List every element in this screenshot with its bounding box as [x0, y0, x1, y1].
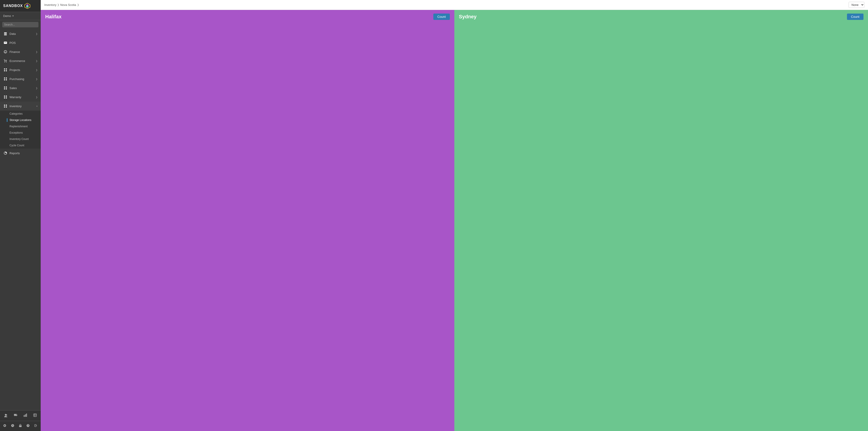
inventory-icon	[3, 104, 8, 108]
location-card-halifax: Halifax Count	[41, 10, 454, 431]
halifax-count-button[interactable]: Count	[433, 13, 450, 20]
truck-icon[interactable]	[13, 412, 19, 419]
people-icon[interactable]	[3, 412, 9, 419]
sidebar-item-data-label: Data	[9, 32, 36, 35]
topbar-right: None	[848, 2, 864, 8]
breadcrumb-inventory[interactable]: Inventory ❯	[44, 3, 59, 6]
subnav-exceptions[interactable]: Exceptions	[0, 130, 41, 136]
svg-rect-10	[6, 42, 6, 43]
breadcrumb-inventory-label: Inventory	[44, 3, 56, 6]
square-icon[interactable]	[32, 412, 38, 419]
sydney-title: Sydney	[459, 14, 476, 20]
svg-point-15	[4, 68, 5, 70]
svg-point-20	[6, 78, 7, 79]
svg-rect-36	[24, 415, 24, 417]
question-icon[interactable]	[25, 423, 31, 429]
subnav-cycle-count[interactable]: Cycle Count	[0, 142, 41, 149]
reports-icon	[3, 151, 8, 155]
sidebar-item-pos-label: POS	[9, 41, 37, 44]
svg-point-25	[4, 88, 5, 90]
svg-point-30	[6, 97, 7, 99]
clock-icon[interactable]	[10, 423, 16, 429]
sidebar-item-inventory[interactable]: Inventory ▾	[0, 101, 41, 111]
subnav-inventory-count[interactable]: Inventory Count	[0, 136, 41, 142]
gear-icon[interactable]	[2, 423, 7, 429]
sidebar-item-pos[interactable]: POS	[0, 38, 41, 47]
finance-arrow: ❯	[36, 51, 37, 53]
sidebar-item-ecommerce-label: Ecommerce	[9, 59, 36, 63]
sidebar-item-ecommerce[interactable]: Ecommerce ❯	[0, 56, 41, 65]
sidebar-item-finance-label: Finance	[9, 50, 36, 54]
warranty-arrow: ❯	[36, 96, 37, 98]
data-icon	[3, 31, 8, 36]
svg-rect-37	[25, 414, 26, 417]
subnav-replenishment[interactable]: Replenishment	[0, 123, 41, 130]
subnav-storage-locations[interactable]: Storage Locations	[0, 117, 41, 123]
data-arrow: ❯	[36, 33, 37, 35]
sidebar-item-sales[interactable]: Sales ❯	[0, 84, 41, 92]
filter-select[interactable]: None	[848, 2, 864, 8]
svg-point-23	[4, 87, 5, 88]
svg-point-13	[4, 62, 5, 62]
svg-point-19	[4, 78, 5, 79]
sidebar-logo: SANDBOX	[0, 0, 41, 12]
sidebar-item-sales-label: Sales	[9, 86, 36, 90]
sidebar-item-projects[interactable]: Projects ❯	[0, 65, 41, 74]
user-menu[interactable]: Demo ▼	[0, 12, 41, 20]
finance-icon: $	[3, 50, 8, 54]
svg-point-18	[6, 70, 7, 71]
sales-icon	[3, 86, 8, 90]
sales-arrow: ❯	[36, 87, 37, 89]
sidebar-footer-icons	[0, 421, 41, 431]
ecommerce-arrow: ❯	[36, 60, 37, 62]
svg-point-16	[6, 68, 7, 70]
topbar: Inventory ❯ Nova Scotia ❯ None	[41, 0, 868, 10]
search-input[interactable]	[2, 22, 38, 27]
svg-rect-9	[5, 42, 6, 43]
sidebar-search-container	[0, 20, 41, 29]
svg-point-21	[4, 80, 5, 81]
logo-text: SANDBOX	[3, 4, 23, 8]
breadcrumb-nova-scotia-label: Nova Scotia	[60, 3, 76, 6]
sidebar-item-purchasing[interactable]: Purchasing ❯	[0, 74, 41, 84]
svg-point-27	[4, 96, 5, 97]
sydney-header: Sydney Count	[454, 10, 868, 24]
projects-icon	[3, 68, 8, 72]
breadcrumb-nova-scotia[interactable]: Nova Scotia ❯	[60, 3, 79, 6]
sidebar-item-data[interactable]: Data ❯	[0, 29, 41, 38]
sydney-count-button[interactable]: Count	[847, 13, 864, 20]
inventory-arrow: ▾	[36, 105, 37, 107]
sidebar-item-reports[interactable]: Reports	[0, 149, 41, 158]
svg-rect-38	[26, 413, 27, 417]
sidebar-item-warranty-label: Warranty	[9, 95, 36, 99]
halifax-header: Halifax Count	[41, 10, 454, 24]
pos-icon	[3, 40, 8, 45]
logout-icon[interactable]	[33, 423, 39, 429]
breadcrumb-arrow-2: ❯	[77, 3, 79, 6]
ecommerce-icon	[3, 59, 8, 63]
location-card-sydney: Sydney Count	[454, 10, 868, 431]
main-content: Inventory ❯ Nova Scotia ❯ None Halifax C…	[41, 0, 868, 431]
user-name: Demo	[3, 14, 11, 18]
sidebar-nav: Data ❯ POS $ Finance ❯ Ecommerce ❯	[0, 29, 41, 410]
purchasing-arrow: ❯	[36, 78, 37, 80]
sidebar: SANDBOX Demo ▼ Data ❯ P	[0, 0, 41, 431]
sidebar-item-projects-label: Projects	[9, 68, 36, 72]
svg-point-29	[4, 97, 5, 99]
svg-point-24	[6, 87, 7, 88]
sidebar-item-reports-label: Reports	[9, 152, 37, 155]
subnav-categories[interactable]: Categories	[0, 111, 41, 117]
chart-icon[interactable]	[22, 412, 28, 419]
lock-icon[interactable]	[18, 423, 23, 429]
sidebar-item-finance[interactable]: $ Finance ❯	[0, 47, 41, 56]
svg-rect-8	[4, 42, 5, 43]
sidebar-item-warranty[interactable]: Warranty ❯	[0, 92, 41, 101]
svg-point-17	[4, 70, 5, 71]
locations-grid: Halifax Count Sydney Count	[41, 10, 868, 431]
sidebar-bottom-icons-row1	[0, 410, 41, 421]
inventory-subnav: Categories Storage Locations Replenishme…	[0, 111, 41, 149]
svg-rect-6	[4, 35, 7, 35]
sidebar-item-inventory-label: Inventory	[9, 104, 36, 108]
svg-point-14	[6, 62, 7, 62]
svg-point-31	[4, 105, 5, 106]
